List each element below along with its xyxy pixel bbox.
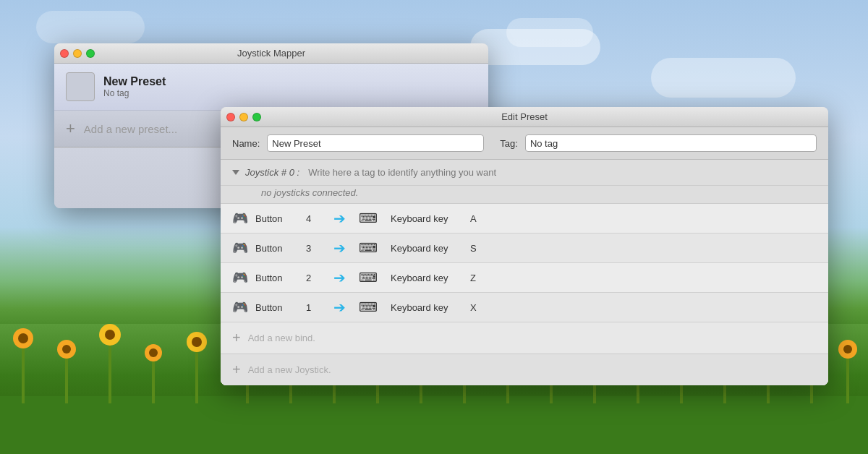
joystick-section: Joystick # 0 : Write here a tag to ident… [221,160,828,385]
name-input[interactable] [267,134,484,152]
bind-source-3: Button [255,302,299,313]
add-preset-icon: + [66,121,75,137]
traffic-lights-main [60,49,95,58]
arrow-icon-3: ➔ [333,299,346,316]
preset-icon [66,72,95,101]
preset-item[interactable]: New Preset No tag [54,64,488,111]
svg-point-22 [18,333,28,343]
edit-window-titlebar: Edit Preset [221,107,828,127]
bind-key-2: Z [470,273,476,283]
cloud-4 [36,11,145,43]
preset-info: New Preset No tag [103,75,477,98]
cloud-3 [651,58,796,98]
minimize-button-edit[interactable] [239,113,248,121]
joystick-note: Write here a tag to identify anything yo… [308,167,496,178]
bind-row-0[interactable]: 🎮Button4➔⌨Keyboard keyA [221,204,828,234]
bind-source-0: Button [255,213,299,224]
gamepad-icon-1: 🎮 [232,240,248,256]
bind-target-3: Keyboard key [391,302,463,313]
edit-window-body: Name: Tag: Joystick # 0 : Write here a t… [221,127,828,385]
gamepad-icon-3: 🎮 [232,299,248,315]
svg-point-60 [843,345,852,354]
arrow-icon-0: ➔ [333,210,346,227]
bind-target-1: Keyboard key [391,243,463,254]
gamepad-icon-0: 🎮 [232,210,248,226]
edit-form-row: Name: Tag: [221,127,828,160]
bind-row-2[interactable]: 🎮Button2➔⌨Keyboard keyZ [221,263,828,293]
add-preset-text: Add a new preset... [84,123,177,135]
maximize-button-edit[interactable] [252,113,261,121]
close-button-main[interactable] [60,49,69,58]
joystick-label: Joystick # 0 : [245,167,299,178]
joystick-note2: no joysticks connected. [261,187,358,198]
svg-rect-0 [0,396,868,454]
tag-label: Tag: [500,138,518,149]
add-bind-text: Add a new bind. [248,333,315,343]
bind-num-0: 4 [306,213,320,224]
maximize-button-main[interactable] [86,49,95,58]
tag-input[interactable] [525,134,817,152]
close-button-edit[interactable] [226,113,235,121]
keyboard-icon-1: ⌨ [359,240,378,256]
bind-target-2: Keyboard key [391,273,463,283]
svg-point-28 [149,348,158,357]
svg-point-30 [192,337,202,347]
edit-window-title: Edit Preset [501,111,548,122]
add-bind-icon: + [232,330,241,346]
add-joystick-text: Add a new Joystick. [248,364,331,375]
bind-key-1: S [470,243,477,254]
traffic-lights-edit [226,113,261,121]
minimize-button-main[interactable] [73,49,82,58]
preset-tag: No tag [103,88,477,98]
svg-point-24 [62,345,71,354]
add-joystick-row[interactable]: + Add a new Joystick. [221,354,828,385]
svg-point-26 [105,330,115,340]
main-window-title: Joystick Mapper [237,48,305,59]
keyboard-icon-3: ⌨ [359,299,378,315]
joystick-header: Joystick # 0 : Write here a tag to ident… [221,160,828,186]
keyboard-icon-2: ⌨ [359,270,378,286]
add-bind-row[interactable]: + Add a new bind. [221,322,828,354]
bind-source-2: Button [255,273,299,283]
add-joystick-icon: + [232,361,241,378]
arrow-icon-1: ➔ [333,239,346,257]
arrow-icon-2: ➔ [333,269,346,286]
bind-key-0: A [470,213,477,224]
edit-window: Edit Preset Name: Tag: Joystick # 0 : Wr… [221,107,828,385]
bind-key-3: X [470,302,477,313]
preset-name: New Preset [103,75,477,88]
bind-num-2: 2 [306,273,320,283]
bind-source-1: Button [255,243,299,254]
cloud-2 [506,18,593,47]
bind-num-3: 1 [306,302,320,313]
bind-target-0: Keyboard key [391,213,463,224]
name-label: Name: [232,138,260,149]
bind-num-1: 3 [306,243,320,254]
bind-row-1[interactable]: 🎮Button3➔⌨Keyboard keyS [221,234,828,263]
keyboard-icon-0: ⌨ [359,210,378,226]
main-window-titlebar: Joystick Mapper [54,43,488,64]
bind-rows-container: 🎮Button4➔⌨Keyboard keyA🎮Button3➔⌨Keyboar… [221,204,828,322]
gamepad-icon-2: 🎮 [232,270,248,286]
bind-row-3[interactable]: 🎮Button1➔⌨Keyboard keyX [221,293,828,322]
chevron-down-icon[interactable] [232,170,239,175]
